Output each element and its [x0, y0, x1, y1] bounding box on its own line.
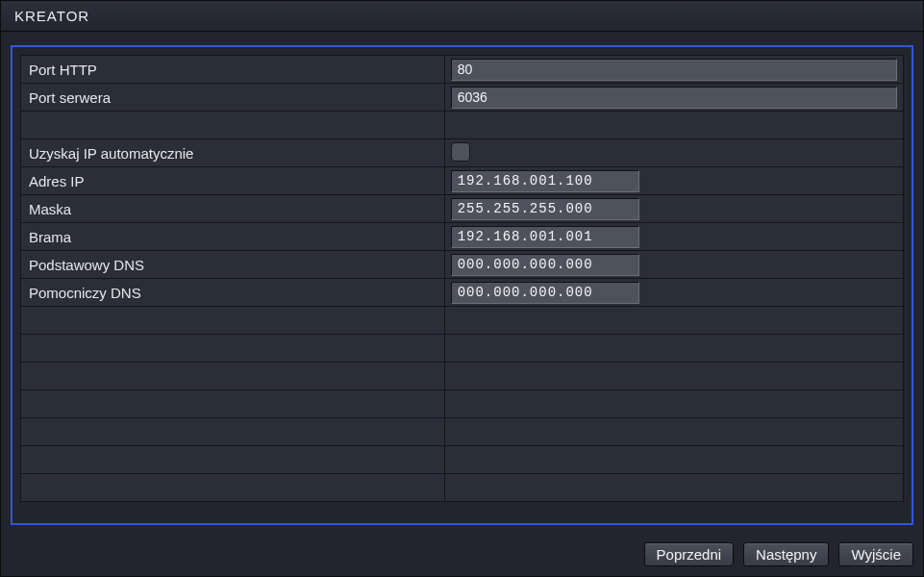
row-spacer-1	[21, 112, 904, 139]
cell-dns1	[444, 251, 903, 279]
cell-ip	[444, 167, 903, 195]
label-dhcp: Uzyskaj IP automatycznie	[21, 139, 445, 167]
form-table: Port HTTP Port serwera Uzyskaj IP	[20, 55, 904, 502]
window-title: KREATOR	[14, 8, 89, 24]
input-http-port[interactable]	[451, 59, 897, 81]
row-dhcp: Uzyskaj IP automatycznie	[21, 139, 904, 167]
checkbox-dhcp[interactable]	[451, 142, 470, 162]
empty-label	[21, 112, 445, 139]
cell-gateway	[444, 223, 903, 251]
cell-dns2	[444, 279, 903, 307]
label-http-port: Port HTTP	[21, 56, 445, 84]
input-dns1[interactable]	[451, 254, 639, 276]
input-server-port[interactable]	[451, 87, 897, 109]
label-gateway: Brama	[21, 223, 445, 251]
input-ip[interactable]	[451, 170, 639, 192]
titlebar: KREATOR	[1, 1, 923, 32]
row-empty	[21, 335, 904, 363]
input-mask[interactable]	[451, 198, 639, 220]
row-dns2: Pomocniczy DNS	[21, 279, 904, 307]
row-http-port: Port HTTP	[21, 56, 904, 84]
input-gateway[interactable]	[451, 226, 639, 248]
row-empty	[21, 446, 904, 474]
exit-button[interactable]: Wyjście	[838, 542, 913, 566]
row-empty	[21, 363, 904, 390]
button-row: Poprzedni Następny Wyjście	[1, 533, 923, 576]
row-mask: Maska	[21, 195, 904, 223]
form-frame: Port HTTP Port serwera Uzyskaj IP	[11, 45, 913, 525]
cell-server-port	[444, 84, 903, 112]
next-button[interactable]: Następny	[743, 542, 829, 566]
wizard-window: KREATOR Port HTTP Port serwera	[0, 0, 924, 577]
row-server-port: Port serwera	[21, 84, 904, 112]
cell-mask	[444, 195, 903, 223]
row-dns1: Podstawowy DNS	[21, 251, 904, 279]
label-mask: Maska	[21, 195, 445, 223]
label-dns1: Podstawowy DNS	[21, 251, 445, 279]
label-ip: Adres IP	[21, 167, 445, 195]
row-empty	[21, 307, 904, 335]
content-area: Port HTTP Port serwera Uzyskaj IP	[1, 32, 923, 533]
cell-http-port	[444, 56, 903, 84]
row-ip: Adres IP	[21, 167, 904, 195]
row-empty	[21, 418, 904, 446]
input-dns2[interactable]	[451, 282, 639, 304]
row-empty	[21, 390, 904, 418]
cell-dhcp	[444, 139, 903, 167]
empty-value	[444, 112, 903, 139]
prev-button[interactable]: Poprzedni	[644, 542, 735, 566]
label-dns2: Pomocniczy DNS	[21, 279, 445, 307]
row-empty	[21, 474, 904, 502]
row-gateway: Brama	[21, 223, 904, 251]
label-server-port: Port serwera	[21, 84, 445, 112]
